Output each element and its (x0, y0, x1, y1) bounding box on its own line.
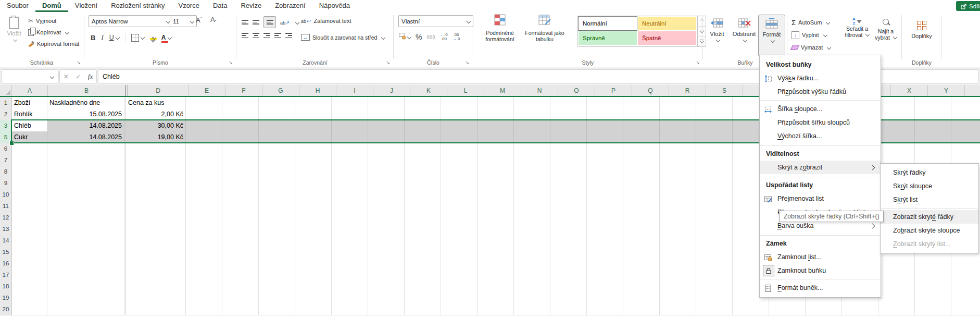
cell-G10[interactable] (259, 189, 295, 201)
cell-R18[interactable] (660, 281, 696, 292)
cell-I8[interactable] (332, 166, 368, 178)
styles-dialog-launcher-icon[interactable]: ↘ (696, 60, 700, 65)
sort-filter-button[interactable]: AZ Seřadit a filtrovat (844, 17, 871, 38)
cell-D2[interactable]: 2,00 Kč (126, 108, 186, 120)
cell-G2[interactable] (259, 108, 295, 120)
cell-N6[interactable] (514, 143, 550, 155)
align-top-button[interactable] (242, 20, 248, 25)
cell-X6[interactable] (878, 143, 915, 155)
cell-D19[interactable] (126, 292, 186, 304)
cell-M17[interactable] (478, 269, 514, 281)
cell-R15[interactable] (660, 246, 696, 258)
conditional-formatting-button[interactable]: Podmíněné formátování (479, 14, 521, 42)
cell-M13[interactable] (478, 223, 514, 235)
row-header-18[interactable]: 18 (0, 281, 12, 292)
cell-N14[interactable] (514, 235, 550, 247)
cell-T20[interactable] (733, 303, 769, 315)
cell-O9[interactable] (550, 177, 587, 189)
cell-A17[interactable] (12, 269, 47, 281)
cell-N12[interactable] (514, 212, 550, 224)
autosum-button[interactable]: Σ AutoSum (791, 16, 831, 29)
cell-P10[interactable] (587, 189, 623, 201)
cell-A13[interactable] (12, 223, 47, 235)
cell-B3[interactable]: 14.08.2025 (47, 120, 124, 132)
align-bottom-button[interactable] (263, 16, 276, 28)
cell-R1[interactable] (660, 97, 696, 109)
wrap-text-button[interactable]: Zalamovat text (301, 17, 351, 25)
cell-P19[interactable] (587, 292, 623, 304)
cell-P20[interactable] (587, 303, 623, 315)
cell-X3[interactable] (878, 120, 915, 132)
cell-E8[interactable] (186, 166, 222, 178)
cell-M10[interactable] (478, 189, 514, 201)
cell-B20[interactable] (47, 303, 124, 315)
cell-I16[interactable] (332, 258, 368, 270)
name-box[interactable] (1, 69, 58, 83)
cell-R2[interactable] (660, 108, 696, 120)
cell-L10[interactable] (441, 189, 478, 201)
cell-M2[interactable] (478, 108, 514, 120)
row-header-11[interactable]: 11 (0, 200, 12, 212)
cell-O10[interactable] (550, 189, 587, 201)
menu-tab-data[interactable]: Data (206, 0, 234, 12)
cell-D13[interactable] (126, 223, 186, 235)
orientation-button[interactable] (280, 19, 290, 26)
cell-O15[interactable] (550, 246, 587, 258)
cell-N7[interactable] (514, 154, 550, 166)
cell-F3[interactable] (222, 120, 259, 132)
cell-O18[interactable] (550, 281, 587, 292)
cell-F2[interactable] (222, 108, 259, 120)
cell-K19[interactable] (405, 292, 441, 304)
cell-E16[interactable] (186, 258, 222, 270)
cell-O8[interactable] (550, 166, 587, 178)
cell-X20[interactable] (878, 303, 915, 315)
cell-M8[interactable] (478, 166, 514, 178)
percent-style-button[interactable] (416, 33, 422, 41)
cell-A19[interactable] (12, 292, 47, 304)
menu-item-skryt-radky[interactable]: Skrýt řádky (881, 166, 978, 179)
cell-F6[interactable] (222, 143, 259, 155)
cell-X17[interactable] (878, 269, 915, 281)
row-header-17[interactable]: 17 (0, 269, 12, 281)
cell-O1[interactable] (550, 97, 587, 109)
cell-I7[interactable] (332, 154, 368, 166)
cell-F16[interactable] (222, 258, 259, 270)
cell-A6[interactable] (12, 143, 47, 155)
chevron-down-icon[interactable] (168, 35, 172, 40)
cell-A18[interactable] (12, 281, 47, 292)
cell-Z2[interactable] (951, 108, 980, 120)
chevron-down-icon[interactable] (141, 35, 145, 40)
cell-J2[interactable] (368, 108, 405, 120)
col-header-H[interactable]: H (299, 85, 336, 96)
cell-L11[interactable] (441, 200, 478, 212)
cell-L13[interactable] (441, 223, 478, 235)
cell-A2[interactable]: Rohlík (12, 108, 47, 120)
cell-A7[interactable] (12, 154, 47, 166)
cell-E12[interactable] (186, 212, 222, 224)
cell-F10[interactable] (222, 189, 259, 201)
cell-E5[interactable] (186, 131, 222, 143)
cell-L16[interactable] (441, 258, 478, 270)
cell-H12[interactable] (295, 212, 332, 224)
row-header-19[interactable]: 19 (0, 292, 12, 304)
cell-E14[interactable] (186, 235, 222, 247)
col-header-Z[interactable]: Z (965, 85, 980, 96)
cell-P14[interactable] (587, 235, 623, 247)
cell-N17[interactable] (514, 269, 550, 281)
cell-H11[interactable] (295, 200, 332, 212)
cell-Q15[interactable] (623, 246, 660, 258)
cell-B6[interactable] (47, 143, 124, 155)
col-header-Q[interactable]: Q (632, 85, 669, 96)
cell-Q14[interactable] (623, 235, 660, 247)
cell-J1[interactable] (368, 97, 405, 109)
cell-E1[interactable] (186, 97, 222, 109)
cell-O17[interactable] (550, 269, 587, 281)
cell-B19[interactable] (47, 292, 124, 304)
cell-L18[interactable] (441, 281, 478, 292)
cell-Y20[interactable] (915, 303, 951, 315)
cell-G3[interactable] (259, 120, 295, 132)
cell-H10[interactable] (295, 189, 332, 201)
menu-tab-revize[interactable]: Revize (234, 0, 268, 12)
cell-I20[interactable] (332, 303, 368, 315)
cell-Z17[interactable] (951, 269, 980, 281)
